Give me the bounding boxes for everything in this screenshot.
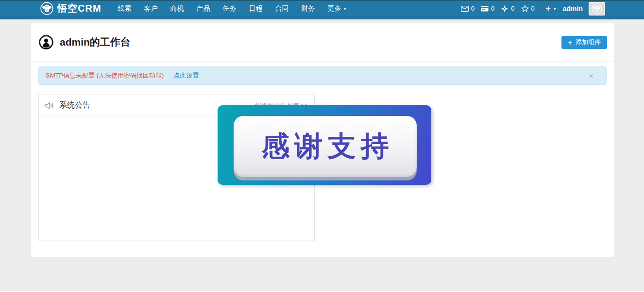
plus-icon: + [568,39,572,46]
avatar-monkey-icon [592,3,602,14]
message-counter[interactable]: 0 [461,5,475,12]
brand-logo[interactable]: 悟空CRM [40,2,102,15]
star-counter[interactable]: 0 [521,5,535,12]
nav-item-leads[interactable]: 线索 [118,4,132,13]
mail-icon [461,6,469,12]
card-count: 0 [491,5,494,12]
username-label[interactable]: admin [563,5,583,13]
window-bottom-edge [0,290,644,292]
compass-count: 0 [511,5,514,12]
card-counter[interactable]: 0 [481,5,494,12]
nav-item-more-label: 更多 [328,4,341,13]
smtp-alert: SMTP信息未配置 (无法使用密码找回功能) 点此设置 × [38,66,607,85]
plus-icon: + [546,4,551,13]
monkey-logo-icon [40,2,53,15]
speaker-icon [45,101,54,110]
chevron-down-icon: ▾ [344,6,346,11]
nav-item-schedule[interactable]: 日程 [249,4,263,13]
quick-add-menu[interactable]: + ▾ [546,4,556,13]
navbar-right-cluster: 0 0 0 [461,1,605,16]
nav-item-tasks[interactable]: 任务 [223,4,237,13]
thanks-banner-button: 感谢支持 [234,116,417,177]
main-menu: 线索 客户 商机 产品 任务 日程 合同 财务 更多 ▾ [118,4,346,13]
compass-icon [501,5,508,13]
thanks-banner-text: 感谢支持 [257,128,394,165]
announcement-title: 系统公告 [59,100,90,111]
thanks-banner-image: 感谢支持 [218,105,431,185]
smtp-alert-message: SMTP信息未配置 (无法使用密码找回功能) [46,71,164,80]
nav-item-contracts[interactable]: 合同 [275,4,289,13]
brand-name: 悟空CRM [57,2,102,15]
add-widget-button[interactable]: + 添加组件 [561,36,607,49]
nav-item-finance[interactable]: 财务 [302,4,315,13]
compass-counter[interactable]: 0 [501,5,514,13]
workbench-header: admin的工作台 + 添加组件 [31,23,614,62]
message-count: 0 [471,5,475,12]
add-widget-label: 添加组件 [576,38,601,47]
card-icon [481,6,489,12]
page-title: admin的工作台 [60,35,131,49]
star-count: 0 [531,5,535,12]
nav-item-products[interactable]: 产品 [197,4,210,13]
user-circle-icon [39,35,53,49]
user-avatar[interactable] [589,2,605,16]
star-icon [521,5,529,12]
nav-item-customers[interactable]: 客户 [144,4,158,13]
smtp-settings-link[interactable]: 点此设置 [173,71,199,80]
close-icon[interactable]: × [583,72,599,80]
nav-item-more[interactable]: 更多 ▾ [328,4,346,13]
chevron-down-icon: ▾ [554,6,556,11]
top-navbar: 悟空CRM 线索 客户 商机 产品 任务 日程 合同 财务 更多 ▾ [0,0,644,16]
nav-item-opportunities[interactable]: 商机 [170,4,184,13]
navbar-shadow-strip [0,16,644,19]
